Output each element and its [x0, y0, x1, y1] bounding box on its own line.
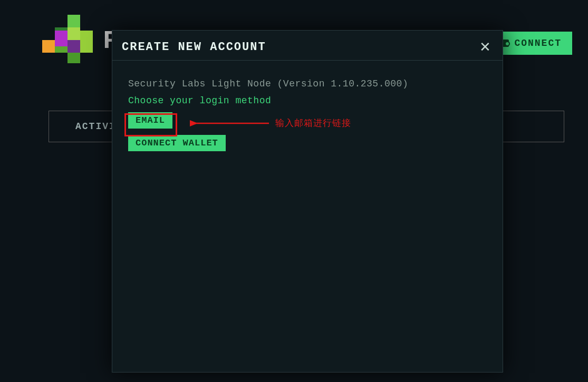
modal-body: Security Labs Light Node (Version 1.10.2…: [112, 61, 503, 169]
close-icon: ✕: [479, 39, 491, 55]
close-button[interactable]: ✕: [479, 40, 491, 54]
connect-label: CONNECT: [514, 38, 562, 48]
connect-wallet-button[interactable]: CONNECT WALLET: [128, 135, 226, 151]
modal-title: CREATE NEW ACCOUNT: [122, 41, 266, 54]
login-method-prompt: Choose your login method: [128, 95, 487, 106]
modal-header: CREATE NEW ACCOUNT ✕: [112, 31, 503, 61]
email-button[interactable]: EMAIL: [128, 112, 172, 129]
create-account-modal: CREATE NEW ACCOUNT ✕ Security Labs Light…: [112, 30, 503, 373]
annotation-text: 输入邮箱进行链接: [275, 117, 351, 129]
app-logo: [42, 15, 95, 67]
version-text: Security Labs Light Node (Version 1.10.2…: [128, 79, 487, 89]
tab-activity[interactable]: ACTIVI: [75, 121, 116, 132]
